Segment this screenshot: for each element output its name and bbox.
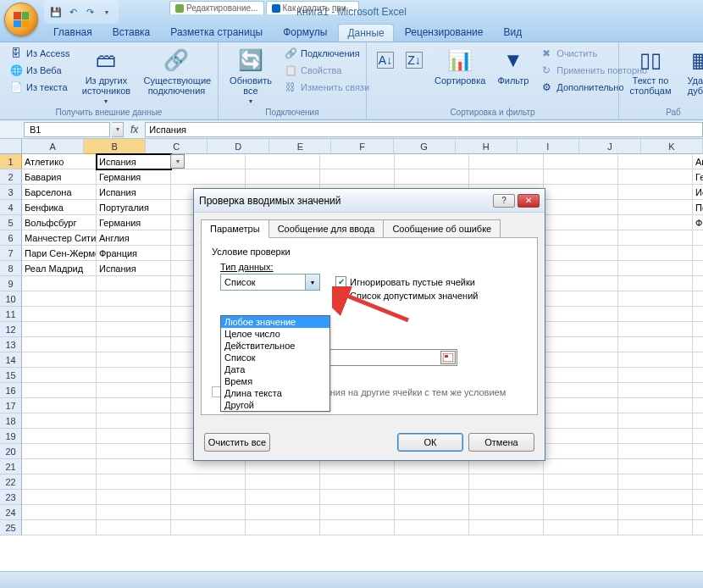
cell[interactable] [618, 368, 693, 383]
cell[interactable] [22, 490, 97, 505]
cell[interactable] [544, 398, 618, 413]
cell[interactable] [693, 490, 703, 505]
row-header[interactable]: 23 [0, 490, 22, 505]
cell[interactable] [693, 459, 703, 474]
row-header[interactable]: 5 [0, 215, 22, 230]
cell[interactable] [469, 154, 544, 169]
cell[interactable] [97, 383, 171, 398]
cell[interactable] [320, 459, 395, 474]
cell[interactable] [618, 352, 693, 368]
cell[interactable] [97, 474, 171, 490]
cell[interactable] [320, 169, 395, 185]
row-header[interactable]: 2 [0, 169, 22, 185]
cell[interactable] [544, 215, 618, 230]
row-header[interactable]: 16 [0, 383, 22, 398]
cell[interactable] [544, 322, 618, 337]
cell[interactable] [693, 474, 703, 490]
cell[interactable] [469, 169, 544, 185]
row-header[interactable]: 18 [0, 413, 22, 429]
cell[interactable] [618, 169, 693, 185]
cell[interactable] [22, 459, 97, 474]
sort-asc-button[interactable]: A↓ [372, 45, 399, 70]
cell[interactable] [97, 337, 171, 352]
cell[interactable] [544, 230, 618, 246]
cell[interactable] [395, 459, 469, 474]
filter-button[interactable]: ▼Фильтр [492, 45, 534, 87]
cell[interactable] [246, 169, 320, 185]
from-access-button[interactable]: 🗄Из Access [5, 45, 74, 62]
cell[interactable] [693, 261, 703, 276]
tab-view[interactable]: Вид [494, 23, 531, 42]
refresh-all-button[interactable]: 🔄Обновить все▾ [224, 45, 278, 107]
row-header[interactable]: 8 [0, 261, 22, 276]
cell[interactable] [395, 154, 469, 169]
cell[interactable] [171, 505, 246, 520]
cancel-button[interactable]: Отмена [468, 433, 534, 452]
cell[interactable] [97, 276, 171, 291]
row-header[interactable]: 10 [0, 291, 22, 307]
cell[interactable] [97, 520, 171, 535]
cell[interactable] [97, 413, 171, 429]
cell[interactable] [97, 291, 171, 307]
dialog-titlebar[interactable]: Проверка вводимых значений ? ✕ [194, 189, 545, 213]
cell[interactable] [544, 459, 618, 474]
cell[interactable] [544, 520, 618, 535]
cell[interactable] [544, 261, 618, 276]
cell[interactable] [246, 474, 320, 490]
row-header[interactable]: 19 [0, 429, 22, 444]
cell[interactable] [544, 291, 618, 307]
cell[interactable] [22, 444, 97, 459]
cell[interactable] [544, 383, 618, 398]
clear-all-button[interactable]: Очистить все [204, 433, 270, 452]
save-icon[interactable]: 💾 [49, 5, 63, 19]
cell[interactable] [395, 474, 469, 490]
cell[interactable] [544, 413, 618, 429]
cell[interactable] [693, 337, 703, 352]
column-header[interactable]: H [456, 139, 518, 154]
type-combobox[interactable]: Список ▾ [220, 274, 320, 291]
cell[interactable] [693, 444, 703, 459]
column-header[interactable]: A [22, 139, 84, 154]
qat-more-icon[interactable]: ▾ [100, 5, 113, 19]
undo-icon[interactable]: ↶ [66, 5, 80, 19]
office-button[interactable] [4, 3, 38, 36]
column-header[interactable]: I [518, 139, 579, 154]
tab-insert[interactable]: Вставка [103, 23, 160, 42]
cell[interactable] [97, 398, 171, 413]
cell[interactable] [618, 474, 693, 490]
cell[interactable] [544, 276, 618, 291]
cell[interactable] [97, 307, 171, 322]
cell[interactable] [618, 505, 693, 520]
cell[interactable] [22, 429, 97, 444]
cell[interactable] [97, 352, 171, 368]
cell[interactable] [618, 520, 693, 535]
cell[interactable] [171, 459, 246, 474]
row-header[interactable]: 7 [0, 246, 22, 261]
sort-button[interactable]: 📊Сортировка [429, 45, 490, 87]
cell[interactable] [544, 444, 618, 459]
column-header[interactable]: B [84, 139, 146, 154]
cell[interactable] [246, 459, 320, 474]
dropdown-option[interactable]: Длина текста [221, 387, 329, 399]
cell[interactable]: Вольфсбург [22, 215, 97, 230]
row-header[interactable]: 25 [0, 520, 22, 535]
cell[interactable] [320, 490, 395, 505]
cell[interactable]: Германия [97, 215, 171, 230]
cell[interactable] [22, 383, 97, 398]
row-header[interactable]: 3 [0, 185, 22, 200]
tab-parameters[interactable]: Параметры [201, 219, 269, 238]
text-to-columns-button[interactable]: ▯▯Текст по столбцам [624, 45, 677, 97]
cell[interactable] [246, 505, 320, 520]
row-header[interactable]: 13 [0, 337, 22, 352]
cell[interactable] [171, 520, 246, 535]
cell[interactable] [618, 276, 693, 291]
existing-connections-button[interactable]: 🔗Существующие подключения [138, 45, 214, 97]
cell[interactable] [544, 307, 618, 322]
cell[interactable] [618, 246, 693, 261]
sort-desc-button[interactable]: Z↓ [401, 45, 428, 70]
row-header[interactable]: 24 [0, 505, 22, 520]
formula-input[interactable]: Испания [145, 122, 703, 137]
tab-home[interactable]: Главная [44, 23, 102, 42]
ignore-blank-checkbox[interactable]: ✔ [335, 276, 346, 287]
cell[interactable] [97, 322, 171, 337]
